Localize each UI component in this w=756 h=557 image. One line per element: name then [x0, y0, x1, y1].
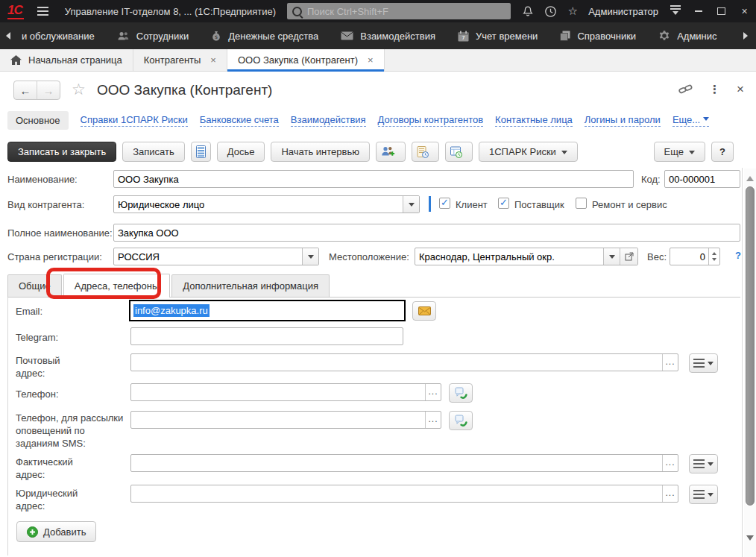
link-interactions[interactable]: Взаимодействия: [291, 114, 366, 127]
save-button[interactable]: Записать: [122, 142, 185, 162]
weight-value: 0: [670, 251, 708, 262]
actual-address-select-button[interactable]: ...: [662, 455, 678, 471]
dossier-button[interactable]: Досье: [217, 142, 265, 162]
forward-button[interactable]: →: [37, 81, 60, 99]
add-button[interactable]: Добавить: [16, 521, 96, 542]
link-osnovnoe[interactable]: Основное: [7, 111, 69, 130]
client-checkbox-label[interactable]: Клиент: [456, 198, 488, 211]
sms-phone-input[interactable]: ...: [130, 411, 441, 429]
save-and-close-button[interactable]: Записать и закрыть: [7, 142, 116, 162]
kind-label: Вид контрагента:: [7, 198, 84, 211]
telegram-input[interactable]: [130, 327, 403, 345]
link-logins-passwords[interactable]: Логины и пароли: [585, 114, 661, 127]
tab-close-icon[interactable]: ×: [368, 54, 374, 66]
scroll-down-icon[interactable]: [746, 535, 754, 544]
main-menu-icon[interactable]: [37, 7, 48, 16]
maximize-button[interactable]: [710, 0, 733, 22]
name-input[interactable]: ООО Закупка: [113, 170, 634, 188]
sms-phone-select-button[interactable]: ...: [425, 412, 441, 428]
get-link-icon[interactable]: [678, 83, 693, 97]
phone-select-button[interactable]: ...: [425, 384, 441, 400]
postal-address-input[interactable]: ...: [130, 353, 678, 371]
link-bank-accounts[interactable]: Банковские счета: [200, 114, 279, 127]
weight-spinner[interactable]: [708, 248, 719, 265]
more-button[interactable]: Еще: [654, 142, 705, 162]
section-administration[interactable]: Админис: [647, 22, 728, 49]
email-input[interactable]: info@zakupka.ru: [129, 300, 406, 321]
scheduled-report-button[interactable]: [445, 142, 473, 162]
location-dropdown-button[interactable]: [603, 248, 620, 265]
section-time-tracking[interactable]: 7 Учет времени: [447, 22, 549, 49]
code-input[interactable]: 00-000001: [664, 170, 740, 188]
weight-input[interactable]: 0: [670, 248, 720, 265]
minimize-button[interactable]: [687, 0, 710, 22]
phone-label: Телефон:: [16, 388, 59, 400]
sections-scroll-left-icon[interactable]: [2, 32, 10, 40]
more-actions-icon[interactable]: ⋮: [709, 83, 720, 96]
actual-address-menu-button[interactable]: [689, 454, 718, 473]
legal-address-select-button[interactable]: ...: [662, 485, 678, 502]
notifications-bell-icon[interactable]: [517, 0, 539, 22]
subtab-additional-info[interactable]: Дополнительная информация: [171, 274, 330, 297]
section-catalogs[interactable]: Справочники: [549, 22, 647, 49]
tab-ooo-zakupka[interactable]: ООО Закупка (Контрагент) ×: [227, 49, 385, 71]
section-employees[interactable]: Сотрудники: [106, 22, 200, 49]
add-contact-person-button[interactable]: [376, 142, 406, 162]
history-icon[interactable]: [539, 0, 561, 22]
current-user[interactable]: Администратор: [588, 6, 658, 17]
spark-risks-button[interactable]: 1СПАРК Риски: [479, 142, 578, 162]
country-dropdown-button[interactable]: [302, 248, 318, 265]
subtab-addresses-phones[interactable]: Адреса, телефоны: [63, 274, 171, 298]
close-window-button[interactable]: ×: [733, 0, 756, 22]
phone-input[interactable]: ...: [130, 383, 441, 401]
client-checkbox[interactable]: ✓: [439, 198, 450, 209]
repair-service-checkbox[interactable]: [576, 198, 587, 209]
country-combo[interactable]: РОССИЯ: [113, 248, 319, 265]
link-contact-persons[interactable]: Контактные лица: [495, 114, 573, 127]
supplier-checkbox[interactable]: ✓: [498, 198, 509, 209]
weight-help-link[interactable]: ?: [735, 250, 741, 261]
call-sms-phone-button[interactable]: [449, 411, 473, 430]
favorites-star-icon[interactable]: ☆: [561, 0, 584, 22]
sections-scroll-right-icon[interactable]: [743, 32, 752, 40]
app-title: Управление IT-отделом 8, ... (1С:Предпри…: [65, 6, 276, 17]
postal-address-menu-button[interactable]: [689, 353, 718, 373]
kind-dropdown-button[interactable]: [403, 196, 419, 213]
write-email-button[interactable]: [412, 301, 436, 321]
section-money[interactable]: s Денежные средства: [200, 22, 330, 49]
start-interview-button[interactable]: Начать интервью: [271, 142, 370, 162]
table-clock-icon: [450, 146, 462, 158]
tab-home[interactable]: Начальная страница: [0, 49, 133, 71]
actual-address-input[interactable]: ...: [130, 454, 678, 472]
scrollbar-thumb[interactable]: [746, 186, 755, 506]
close-form-button[interactable]: ×: [737, 82, 744, 97]
repair-service-checkbox-label[interactable]: Ремонт и сервис: [592, 198, 667, 211]
scroll-up-icon[interactable]: [746, 172, 754, 181]
tab-kontragenty[interactable]: Контрагенты ×: [133, 49, 227, 71]
favorite-star-icon[interactable]: ☆: [72, 81, 86, 98]
section-interactions[interactable]: Взаимодействия: [330, 22, 447, 49]
link-more[interactable]: Еще...: [672, 114, 709, 127]
tab-close-icon[interactable]: ×: [210, 54, 216, 66]
section-service[interactable]: и обслуживание: [10, 22, 106, 49]
service-menu-icon[interactable]: [664, 0, 687, 22]
supplier-checkbox-label[interactable]: Поставщик: [514, 198, 564, 211]
subtab-common[interactable]: Общие: [7, 274, 62, 297]
data-list-button[interactable]: [191, 142, 211, 162]
help-button[interactable]: ?: [711, 142, 734, 162]
kind-combo[interactable]: Юридическое лицо: [113, 195, 420, 213]
fullname-input[interactable]: Закупка ООО: [113, 224, 740, 242]
planned-interaction-button[interactable]: [412, 142, 439, 162]
call-phone-button[interactable]: [449, 383, 473, 403]
link-contracts[interactable]: Договоры контрагентов: [378, 114, 484, 127]
link-spark-spravki[interactable]: Справки 1СПАРК Риски: [81, 114, 188, 127]
location-combo[interactable]: Краснодар, Центральный окр.: [415, 248, 638, 265]
legal-address-menu-button[interactable]: [689, 485, 718, 504]
phone-call-icon: [455, 387, 467, 400]
global-search-input[interactable]: Поиск Ctrl+Shift+F: [287, 3, 511, 19]
tab-label: ООО Закупка (Контрагент): [238, 54, 358, 66]
back-button[interactable]: ←: [14, 81, 37, 99]
legal-address-input[interactable]: ...: [130, 485, 678, 503]
location-open-button[interactable]: [620, 248, 637, 265]
postal-address-select-button[interactable]: ...: [662, 354, 678, 371]
